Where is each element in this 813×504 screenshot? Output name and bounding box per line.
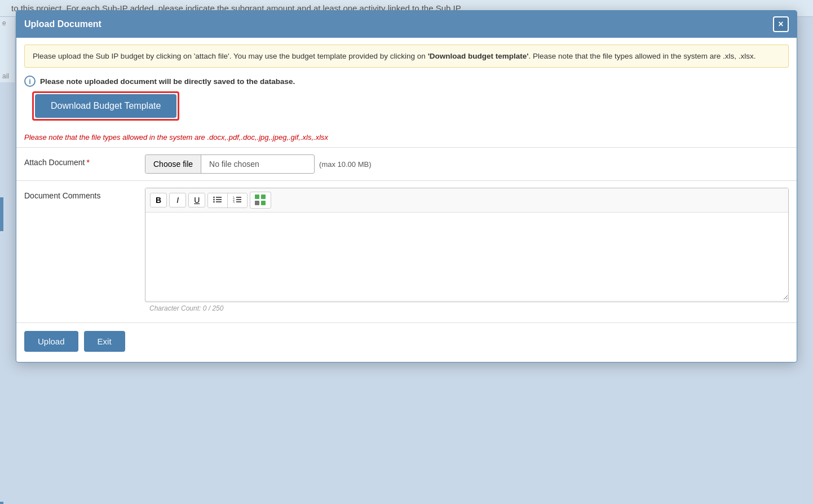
info-banner-bold: 'Download budget template' [428, 52, 529, 60]
modal-title: Upload Document [24, 19, 101, 29]
italic-button[interactable]: I [169, 193, 186, 207]
grid-button[interactable] [250, 192, 271, 209]
modal-close-button[interactable]: × [773, 16, 789, 32]
svg-rect-11 [236, 201, 241, 202]
download-btn-wrapper-container: Download Budget Template [16, 91, 797, 130]
unordered-list-button[interactable] [208, 193, 228, 207]
svg-rect-5 [216, 201, 222, 202]
bold-button[interactable]: B [150, 193, 167, 207]
svg-rect-3 [216, 199, 222, 200]
document-comments-row: Document Comments B I U [16, 181, 797, 323]
file-input-box: Choose file No file chosen [145, 154, 315, 174]
svg-rect-1 [216, 197, 222, 198]
exit-button[interactable]: Exit [84, 331, 125, 352]
no-file-text: No file chosen [201, 155, 314, 173]
info-banner: Please upload the Sub IP budget by click… [24, 45, 789, 68]
attach-document-row: Attach Document* Choose file No file cho… [16, 148, 797, 181]
download-btn-highlight: Download Budget Template [32, 91, 179, 121]
file-types-warning: Please note that the file types allowed … [16, 130, 797, 147]
attach-document-label: Attach Document* [24, 154, 137, 167]
max-size-text: (max 10.00 MB) [319, 160, 371, 169]
note-text: Please note uploaded document will be di… [40, 77, 295, 86]
file-input-area: Choose file No file chosen (max 10.00 MB… [145, 154, 789, 174]
upload-document-modal: Upload Document × Please upload the Sub … [16, 10, 797, 362]
svg-point-4 [213, 201, 215, 202]
ordered-list-button[interactable]: 1. 2. 3. [228, 193, 247, 207]
note-row: i Please note uploaded document will be … [16, 68, 797, 91]
comments-textarea[interactable] [145, 213, 788, 300]
char-count: Character Count: 0 / 250 [145, 302, 789, 316]
green-grid-icon [255, 194, 266, 206]
svg-rect-9 [236, 199, 241, 200]
attach-document-control: Choose file No file chosen (max 10.00 MB… [145, 154, 789, 174]
form-section: Attach Document* Choose file No file cho… [16, 147, 797, 323]
svg-point-0 [213, 196, 215, 198]
list-buttons-group: 1. 2. 3. [207, 193, 248, 208]
svg-rect-7 [236, 197, 241, 198]
download-budget-template-button[interactable]: Download Budget Template [35, 94, 176, 118]
required-star: * [86, 158, 89, 167]
document-comments-label: Document Comments [24, 188, 137, 200]
bottom-buttons: Upload Exit [16, 323, 797, 362]
left-partial: e ail [0, 17, 15, 82]
info-icon: i [24, 76, 36, 87]
info-banner-text-before: Please upload the Sub IP budget by click… [33, 52, 428, 60]
svg-point-2 [213, 198, 215, 200]
ordered-list-icon: 1. 2. 3. [233, 196, 242, 204]
document-comments-control: B I U [145, 188, 789, 316]
svg-text:3.: 3. [233, 200, 235, 204]
underline-button[interactable]: U [188, 193, 205, 207]
rte-toolbar: B I U [145, 188, 788, 213]
unordered-list-icon [213, 196, 222, 204]
rich-text-editor: B I U [145, 188, 789, 302]
modal-header: Upload Document × [16, 11, 797, 38]
modal-body: Please upload the Sub IP budget by click… [16, 45, 797, 362]
upload-button[interactable]: Upload [24, 331, 78, 352]
choose-file-button[interactable]: Choose file [145, 155, 201, 173]
info-banner-text-after: . Please note that the file types allowe… [529, 52, 756, 60]
